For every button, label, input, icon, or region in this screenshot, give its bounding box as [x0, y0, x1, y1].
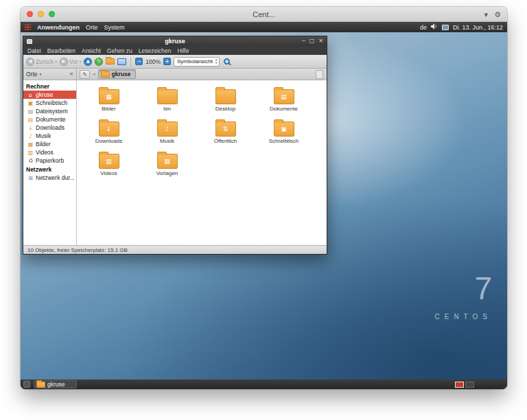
sidebar-item-label: Papierkorb — [36, 157, 64, 164]
sidebar-item-videos[interactable]: ▥ Videos — [23, 148, 76, 156]
file-label: Schreibtisch — [269, 138, 299, 144]
workspace-1[interactable] — [455, 382, 464, 388]
home-icon: ⌂ — [27, 92, 34, 98]
workspace-2[interactable] — [465, 382, 474, 388]
file-label: Öffentlich — [214, 138, 237, 144]
file-item-vorlagen[interactable]: ▧ Vorlagen — [138, 150, 196, 183]
sidebar-item-schreibtisch[interactable]: ▣ Schreibtisch — [23, 99, 76, 107]
sidebar-item-musik[interactable]: ♪ Musik — [23, 132, 76, 140]
macos-zoom-button[interactable] — [49, 11, 55, 17]
file-label: Videos — [100, 170, 117, 176]
file-label: Desktop — [215, 106, 235, 112]
file-item-oeffentlich[interactable]: ⇅ Öffentlich — [196, 118, 255, 150]
folder-icon — [36, 382, 45, 388]
fm-menu-lesezeichen[interactable]: Lesezeichen — [139, 47, 172, 54]
view-selector[interactable]: Symbolansicht ▴ ▾ — [174, 57, 220, 67]
folder-icon — [157, 89, 178, 104]
fm-menu-bearbeiten[interactable]: Bearbeiten — [47, 47, 75, 54]
zoom-out-button[interactable]: − — [135, 58, 143, 65]
macos-minimize-button[interactable] — [38, 11, 44, 17]
file-item-bilder[interactable]: ▦ Bilder — [80, 86, 138, 118]
sidebar-item-dokumente[interactable]: ▤ Dokumente — [23, 115, 76, 124]
breadcrumb-gkruse[interactable]: gkruse — [98, 69, 137, 79]
taskbar-item-label: gkruse — [47, 381, 65, 388]
fm-menu-datei[interactable]: Datei — [27, 47, 41, 54]
taskbar-item-gkruse[interactable]: gkruse — [34, 380, 77, 388]
back-dropdown-icon[interactable]: ▾ — [55, 60, 57, 64]
forward-dropdown-icon[interactable]: ▾ — [80, 60, 82, 64]
file-item-dokumente[interactable]: ▤ Dokumente — [255, 86, 313, 118]
side-pane-header[interactable]: Orte ▾ ✕ — [23, 69, 77, 80]
sidebar-item-bilder[interactable]: ▦ Bilder — [23, 140, 76, 148]
keyboard-layout-indicator[interactable]: de — [420, 24, 427, 31]
sidebar-item-label: gkruse — [36, 91, 54, 98]
sidebar-item-netzwerk[interactable]: ⊞ Netzwerk dur... — [23, 174, 76, 182]
fm-icon-view[interactable]: ▦ Bilder bin Desktop — [77, 80, 327, 245]
zoom-in-button[interactable]: + — [163, 58, 171, 65]
home-button[interactable] — [106, 58, 115, 65]
file-item-desktop[interactable]: Desktop — [196, 86, 255, 118]
sidebar-item-gkruse[interactable]: ⌂ gkruse — [23, 91, 76, 99]
menu-system[interactable]: System — [104, 24, 125, 31]
reload-button[interactable]: ↻ — [95, 58, 103, 66]
menu-anwendungen[interactable]: Anwendungen — [37, 24, 80, 31]
window-menu-icon[interactable] — [27, 39, 32, 44]
side-pane-dropdown-icon[interactable]: ▾ — [40, 72, 42, 76]
view-selector-value: Symbolansicht — [177, 58, 213, 65]
file-item-downloads[interactable]: ↓ Downloads — [80, 118, 138, 150]
back-arrow-icon: ◀ — [26, 58, 34, 66]
fm-maximize-button[interactable]: □ — [309, 38, 315, 44]
file-item-bin[interactable]: bin — [138, 86, 196, 118]
volume-icon[interactable] — [431, 23, 438, 31]
display-icon[interactable] — [442, 25, 449, 30]
fm-titlebar[interactable]: gkruse ─ □ ✕ — [23, 36, 327, 46]
desktop-emblem-icon: ▣ — [281, 126, 287, 132]
filesystem-icon: ▤ — [27, 108, 34, 115]
macos-titlebar[interactable]: Cent... ▾ ⚙ — [21, 7, 507, 22]
back-button[interactable]: ◀ Zurück ▾ — [26, 58, 57, 66]
chevron-down-icon[interactable]: ▾ — [484, 10, 489, 19]
fm-sidebar: Rechner ⌂ gkruse ▣ Schreibtisch ▤ Dateis… — [23, 80, 77, 245]
clock[interactable]: Di. 13. Jun., 16:12 — [453, 24, 503, 31]
fm-window-title: gkruse — [23, 38, 327, 45]
menu-orte[interactable]: Orte — [86, 24, 98, 31]
file-item-schreibtisch[interactable]: ▣ Schreibtisch — [255, 118, 313, 150]
fm-menu-gehe-zu[interactable]: Gehen zu — [107, 47, 132, 54]
downloads-emblem-icon: ↓ — [106, 126, 112, 132]
gear-icon[interactable]: ⚙ — [494, 10, 501, 19]
show-desktop-icon[interactable] — [23, 381, 30, 388]
spinner-down-icon[interactable]: ▾ — [215, 62, 217, 65]
pictures-emblem-icon: ▦ — [106, 93, 112, 100]
sidebar-item-papierkorb[interactable]: ♻ Papierkorb — [23, 156, 76, 165]
file-item-musik[interactable]: ♪ Musik — [138, 118, 196, 150]
zoom-level: 100% — [145, 58, 161, 65]
sidebar-item-label: Videos — [36, 149, 54, 156]
sidebar-header-rechner: Rechner — [23, 82, 76, 91]
forward-button[interactable]: ▶ Vor ▾ — [60, 58, 82, 66]
top-panel: Anwendungen Orte System de Di. 13. Jun.,… — [21, 22, 507, 32]
search-icon[interactable] — [224, 58, 230, 65]
fm-menu-hilfe[interactable]: Hilfe — [177, 47, 189, 54]
sidebar-item-dateisystem[interactable]: ▤ Dateisystem — [23, 107, 76, 115]
location-bar-end-button[interactable] — [316, 70, 323, 79]
path-scroll-left-icon[interactable]: ◂ — [93, 71, 95, 77]
location-edit-toggle-button[interactable]: ✎ — [80, 70, 90, 79]
documents-emblem-icon: ▤ — [281, 93, 287, 100]
fm-close-button[interactable]: ✕ — [318, 38, 323, 44]
up-button[interactable]: ▲ — [84, 58, 92, 66]
sidebar-item-downloads[interactable]: ↓ Downloads — [23, 124, 76, 132]
trash-icon: ♻ — [27, 158, 34, 164]
computer-button[interactable] — [117, 58, 126, 65]
sidebar-item-label: Netzwerk dur... — [36, 174, 75, 181]
side-pane-close-icon[interactable]: ✕ — [69, 71, 73, 77]
fm-menu-ansicht[interactable]: Ansicht — [82, 47, 101, 54]
desktop[interactable]: 7 CENTOS gkruse ─ □ ✕ Datei Bearbeiten — [21, 32, 507, 380]
folder-icon — [215, 89, 236, 104]
videos-icon: ▥ — [27, 150, 34, 156]
macos-close-button[interactable] — [27, 11, 33, 17]
toolbar-separator — [130, 57, 131, 67]
fm-minimize-button[interactable]: ─ — [302, 38, 305, 44]
applications-menu-icon[interactable] — [25, 24, 31, 30]
folder-icon: ♪ — [157, 121, 178, 137]
file-item-videos[interactable]: ▥ Videos — [80, 150, 138, 183]
